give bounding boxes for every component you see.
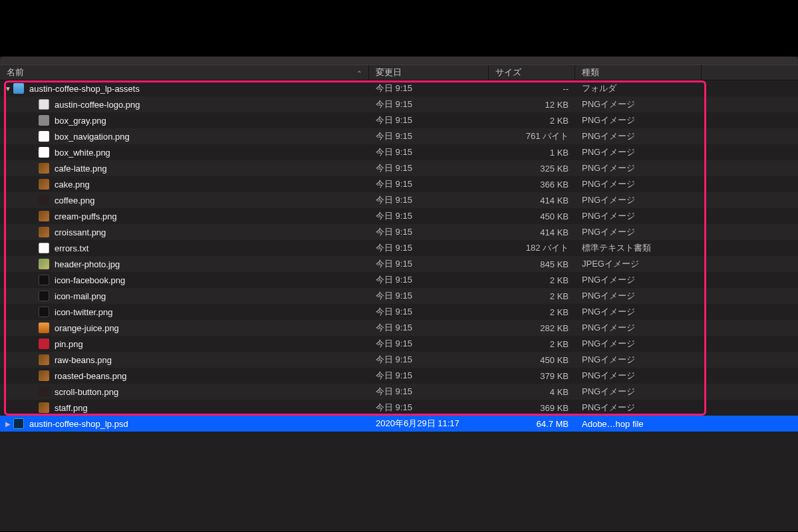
file-name-label: cream-puffs.png [55,211,117,221]
file-row[interactable]: croissant.png今日 9:15414 KBPNGイメージ [0,224,798,240]
column-header-name[interactable]: 名前 ⌃ [0,65,369,80]
file-size-cell: 450 KB [489,355,575,365]
thumb-black-icon [39,291,49,301]
file-name-label: icon-facebook.png [55,275,125,285]
file-date-cell: 今日 9:15 [369,338,489,350]
finder-empty-area[interactable] [0,432,798,531]
thumb-brown-icon [39,402,49,413]
file-row[interactable]: ▶austin-coffee-shop_lp.psd2020年6月29日 11:… [0,416,798,432]
file-size-cell: 2 KB [489,307,575,317]
file-name-label: box_navigation.png [55,132,130,142]
file-name-cell: box_navigation.png [0,131,369,142]
file-size-cell: 2 KB [489,116,575,126]
file-row[interactable]: cake.png今日 9:15366 KBPNGイメージ [0,176,798,192]
file-kind-cell: PNGイメージ [575,322,702,334]
file-date-cell: 今日 9:15 [369,322,489,334]
file-name-cell: croissant.png [0,227,369,237]
file-row[interactable]: pin.png今日 9:152 KBPNGイメージ [0,336,798,352]
file-name-cell: errors.txt [0,243,369,253]
file-row[interactable]: cream-puffs.png今日 9:15450 KBPNGイメージ [0,208,798,224]
file-name-label: austin-coffee-shop_lp-assets [29,84,140,94]
file-name-cell: cake.png [0,179,369,190]
file-name-label: roasted-beans.png [55,371,126,381]
file-size-cell: -- [489,84,575,94]
disclosure-open-icon[interactable]: ▼ [4,85,12,92]
file-row[interactable]: icon-mail.png今日 9:152 KBPNGイメージ [0,288,798,304]
file-size-cell: 450 KB [489,211,575,221]
file-row[interactable]: scroll-button.png今日 9:154 KBPNGイメージ [0,384,798,400]
file-row[interactable]: box_white.png今日 9:151 KBPNGイメージ [0,144,798,160]
file-row[interactable]: box_navigation.png今日 9:15761 バイトPNGイメージ [0,128,798,144]
file-size-cell: 414 KB [489,196,575,205]
file-row[interactable]: raw-beans.png今日 9:15450 KBPNGイメージ [0,352,798,368]
file-size-cell: 414 KB [489,227,575,237]
file-row[interactable]: staff.png今日 9:15369 KBPNGイメージ [0,400,798,416]
file-kind-cell: フォルダ [575,82,702,94]
file-row[interactable]: austin-coffee-logo.png今日 9:1512 KBPNGイメー… [0,96,798,112]
thumb-gray-icon [39,115,49,126]
thumb-brown-icon [39,179,49,190]
disclosure-closed-icon[interactable]: ▶ [4,420,12,428]
window-titlebar[interactable] [0,57,798,65]
file-size-cell: 325 KB [489,164,575,174]
file-row[interactable]: errors.txt今日 9:15182 バイト標準テキスト書類 [0,240,798,256]
file-name-label: icon-twitter.png [55,307,112,317]
file-date-cell: 今日 9:15 [369,402,489,414]
file-date-cell: 今日 9:15 [369,146,489,158]
file-size-cell: 2 KB [489,291,575,301]
file-row[interactable]: header-photo.jpg今日 9:15845 KBJPEGイメージ [0,256,798,272]
file-kind-cell: PNGイメージ [575,402,702,414]
file-name-cell: icon-facebook.png [0,275,369,285]
file-row[interactable]: box_gray.png今日 9:152 KBPNGイメージ [0,112,798,128]
file-name-cell: cream-puffs.png [0,211,369,221]
file-kind-cell: PNGイメージ [575,354,702,366]
file-kind-cell: Adobe…hop file [575,419,702,429]
file-name-label: box_white.png [55,148,110,158]
file-row[interactable]: ▼austin-coffee-shop_lp-assets今日 9:15--フォ… [0,80,798,96]
column-header-size[interactable]: サイズ [489,65,575,80]
file-date-cell: 今日 9:15 [369,306,489,318]
file-name-label: croissant.png [55,227,106,237]
column-header-kind[interactable]: 種類 [575,65,702,80]
file-size-cell: 369 KB [489,403,575,413]
file-date-cell: 今日 9:15 [369,178,489,190]
column-header-date[interactable]: 変更日 [369,65,489,80]
column-header-spacer [702,65,798,80]
file-row[interactable]: icon-facebook.png今日 9:152 KBPNGイメージ [0,272,798,288]
thumb-brown-icon [39,227,49,237]
file-row[interactable]: roasted-beans.png今日 9:15379 KBPNGイメージ [0,368,798,384]
file-name-label: header-photo.jpg [55,259,120,269]
file-date-cell: 今日 9:15 [369,354,489,366]
file-kind-cell: PNGイメージ [575,386,702,398]
file-date-cell: 今日 9:15 [369,226,489,238]
folder-icon [13,83,24,94]
file-kind-cell: 標準テキスト書類 [575,242,702,254]
column-header-size-label: サイズ [495,66,521,78]
finder-window-wrapper: 名前 ⌃ 変更日 サイズ 種類 ▼austin-coffee-shop_lp-a… [0,57,798,531]
file-date-cell: 今日 9:15 [369,386,489,398]
file-row[interactable]: cafe-latte.png今日 9:15325 KBPNGイメージ [0,160,798,176]
file-date-cell: 今日 9:15 [369,162,489,174]
file-row[interactable]: orange-juice.png今日 9:15282 KBPNGイメージ [0,320,798,336]
file-name-cell: header-photo.jpg [0,259,369,269]
file-kind-cell: PNGイメージ [575,274,702,286]
file-size-cell: 379 KB [489,371,575,381]
file-name-cell: roasted-beans.png [0,370,369,381]
finder-window: 名前 ⌃ 変更日 サイズ 種類 ▼austin-coffee-shop_lp-a… [0,57,798,531]
file-date-cell: 今日 9:15 [369,114,489,126]
file-name-cell: ▼austin-coffee-shop_lp-assets [0,83,369,94]
thumb-brown-icon [39,370,49,381]
file-row[interactable]: coffee.png今日 9:15414 KBPNGイメージ [0,192,798,208]
file-kind-cell: PNGイメージ [575,130,702,142]
file-name-label: icon-mail.png [55,291,106,301]
thumb-brown-icon [39,211,49,221]
file-name-cell: cafe-latte.png [0,163,369,174]
file-name-cell: raw-beans.png [0,354,369,365]
file-row[interactable]: icon-twitter.png今日 9:152 KBPNGイメージ [0,304,798,320]
file-name-cell: pin.png [0,338,369,349]
file-kind-cell: PNGイメージ [575,162,702,174]
thumb-dark-icon [39,386,49,397]
file-name-cell: box_gray.png [0,115,369,126]
file-name-label: austin-coffee-shop_lp.psd [29,419,128,429]
file-kind-cell: PNGイメージ [575,306,702,318]
